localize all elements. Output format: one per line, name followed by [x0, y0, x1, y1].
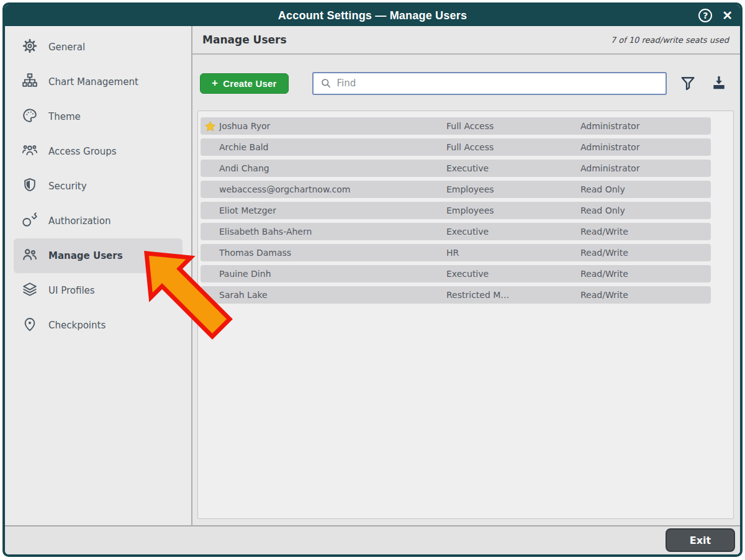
- user-role: Read/Write: [580, 290, 711, 300]
- user-name: Andi Chang: [219, 163, 446, 173]
- table-row[interactable]: webaccess@orgchartnow.com Employees Read…: [201, 181, 711, 198]
- user-access-group: Employees: [446, 184, 580, 194]
- title-bar: Account Settings — Manage Users ? ✕: [5, 5, 740, 26]
- layers-icon: [22, 281, 38, 300]
- sidebar-item-label: UI Profiles: [48, 285, 95, 296]
- sidebar-item-label: Chart Management: [48, 76, 138, 88]
- sidebar-item-label: Security: [48, 181, 87, 192]
- sidebar-item-manage-users[interactable]: Manage Users: [14, 238, 183, 273]
- user-access-group: Executive: [446, 227, 580, 237]
- users-table: Joshua Ryor Full Access Administrator Ar…: [197, 111, 734, 519]
- sidebar-item-label: Access Groups: [48, 146, 117, 157]
- map-pin-icon: [22, 316, 38, 335]
- sidebar-item-label: Theme: [48, 111, 81, 122]
- sidebar-item-security[interactable]: Security: [14, 169, 183, 204]
- table-row[interactable]: Pauine Dinh Executive Read/Write: [201, 265, 711, 282]
- shield-icon: [22, 177, 38, 196]
- user-name: Sarah Lake: [219, 290, 446, 300]
- titlebar-icons: ? ✕: [698, 5, 733, 26]
- sidebar-item-general[interactable]: General: [14, 30, 183, 65]
- user-name: Elisabeth Bahs-Ahern: [219, 227, 446, 237]
- table-row[interactable]: Thomas Damass HR Read/Write: [201, 244, 711, 261]
- gear-icon: [22, 38, 38, 56]
- download-icon[interactable]: [710, 75, 728, 92]
- user-name: Thomas Damass: [219, 248, 446, 258]
- table-row[interactable]: Eliot Metzger Employees Read Only: [201, 202, 711, 219]
- people-group-icon: [22, 142, 38, 161]
- table-row[interactable]: Joshua Ryor Full Access Administrator: [201, 117, 711, 135]
- sidebar-item-theme[interactable]: Theme: [14, 99, 183, 134]
- palette-icon: [22, 107, 38, 126]
- user-role: Read/Write: [580, 248, 711, 258]
- find-search-box[interactable]: [312, 72, 667, 95]
- user-role: Read/Write: [580, 269, 711, 279]
- user-name: Joshua Ryor: [219, 121, 446, 131]
- table-row[interactable]: Elisabeth Bahs-Ahern Executive Read/Writ…: [201, 223, 711, 240]
- sidebar-item-label: Manage Users: [48, 250, 123, 261]
- user-access-group: Restricted M…: [446, 290, 580, 300]
- sidebar-item-label: Authorization: [48, 215, 111, 227]
- panel-header: Manage Users 7 of 10 read/write seats us…: [192, 26, 740, 55]
- user-access-group: Employees: [446, 205, 580, 215]
- close-icon[interactable]: ✕: [722, 9, 733, 22]
- users-icon: [22, 246, 38, 265]
- settings-sidebar: General Chart Manage: [5, 26, 192, 525]
- sidebar-item-label: Checkpoints: [48, 320, 106, 331]
- dialog-footer: Exit: [5, 525, 740, 554]
- window-title: Account Settings — Manage Users: [278, 9, 467, 22]
- user-role: Administrator: [580, 163, 711, 173]
- user-role: Read Only: [580, 205, 711, 215]
- user-name: Eliot Metzger: [219, 205, 446, 215]
- user-role: Administrator: [580, 121, 711, 131]
- table-row[interactable]: Andi Chang Executive Administrator: [201, 160, 711, 177]
- sidebar-item-label: General: [48, 42, 85, 53]
- sidebar-item-ui-profiles[interactable]: UI Profiles: [14, 273, 183, 308]
- user-role: Administrator: [580, 142, 711, 152]
- user-access-group: Executive: [446, 163, 580, 173]
- org-chart-icon: [22, 73, 38, 91]
- users-toolbar: + Create User: [192, 55, 740, 106]
- filter-icon[interactable]: [679, 75, 697, 92]
- sidebar-item-chart-management[interactable]: Chart Management: [14, 65, 183, 99]
- key-icon: [22, 212, 38, 230]
- manage-users-panel: Manage Users 7 of 10 read/write seats us…: [192, 26, 740, 525]
- exit-button[interactable]: Exit: [666, 528, 735, 552]
- user-role: Read/Write: [580, 227, 711, 237]
- user-name: Pauine Dinh: [219, 269, 446, 279]
- user-access-group: Full Access: [446, 121, 580, 131]
- table-row[interactable]: Archie Bald Full Access Administrator: [201, 138, 711, 156]
- toolbar-icons: [679, 75, 730, 92]
- user-access-group: Executive: [446, 269, 580, 279]
- sidebar-item-authorization[interactable]: Authorization: [14, 204, 183, 238]
- user-name: webaccess@orgchartnow.com: [219, 184, 446, 194]
- create-user-label: Create User: [223, 78, 276, 89]
- user-access-group: Full Access: [446, 142, 580, 152]
- user-role: Read Only: [580, 184, 711, 194]
- page-title: Manage Users: [202, 34, 287, 46]
- find-input[interactable]: [337, 78, 659, 89]
- seats-usage-note: 7 of 10 read/write seats used: [611, 35, 729, 45]
- sidebar-item-access-groups[interactable]: Access Groups: [14, 134, 183, 169]
- account-settings-dialog: Account Settings — Manage Users ? ✕: [2, 2, 743, 557]
- search-icon: [320, 77, 332, 89]
- help-icon[interactable]: ?: [698, 9, 712, 22]
- table-row[interactable]: Sarah Lake Restricted M… Read/Write: [201, 286, 711, 304]
- plus-icon: +: [212, 77, 218, 89]
- user-access-group: HR: [446, 248, 580, 258]
- star-icon: [201, 120, 219, 132]
- user-name: Archie Bald: [219, 142, 446, 152]
- create-user-button[interactable]: + Create User: [200, 73, 289, 94]
- sidebar-item-checkpoints[interactable]: Checkpoints: [14, 308, 183, 343]
